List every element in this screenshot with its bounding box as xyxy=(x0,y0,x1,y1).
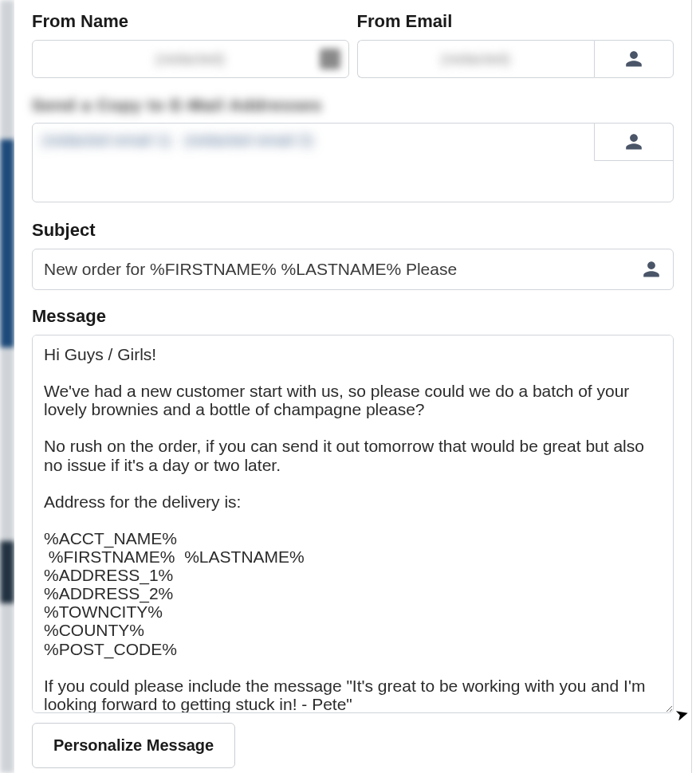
from-name-label: From Name xyxy=(32,11,349,32)
person-icon xyxy=(624,132,643,151)
message-textarea[interactable] xyxy=(32,335,674,713)
background-sidebar-sliver xyxy=(0,0,14,773)
subject-label: Subject xyxy=(32,220,674,241)
person-icon xyxy=(624,49,643,69)
recipient-chip[interactable]: (redacted email 1) xyxy=(42,131,171,149)
recipients-person-button[interactable] xyxy=(594,123,674,161)
from-email-input[interactable]: (redacted) xyxy=(357,40,595,78)
from-email-label: From Email xyxy=(357,11,674,32)
recipient-chip[interactable]: (redacted email 2) xyxy=(184,131,313,149)
person-icon xyxy=(642,260,661,279)
from-name-input[interactable]: (redacted) xyxy=(32,40,349,78)
subject-input[interactable] xyxy=(32,249,674,290)
send-copy-label: Send a Copy to E-Mail Addresses xyxy=(32,96,322,115)
from-email-person-button[interactable] xyxy=(594,40,674,78)
message-label: Message xyxy=(32,306,674,327)
email-compose-dialog: From Name (redacted) From Email (redacte… xyxy=(14,0,692,773)
subject-person-button[interactable] xyxy=(637,255,666,284)
recipients-box[interactable]: (redacted email 1) (redacted email 2) xyxy=(32,123,674,202)
from-name-clear-icon[interactable] xyxy=(320,49,340,69)
personalize-message-button[interactable]: Personalize Message xyxy=(32,723,235,768)
